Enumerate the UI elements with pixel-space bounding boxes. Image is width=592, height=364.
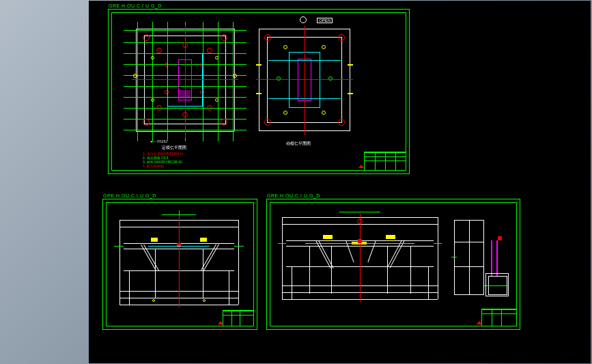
view-cavity-plan	[124, 22, 246, 141]
rev-mark-top	[358, 165, 364, 168]
view-detail-latch	[450, 216, 510, 303]
sheet-right: GRE H OU C I U G_D	[266, 199, 520, 330]
titleblock-right	[481, 309, 517, 326]
view-section-front	[114, 210, 244, 313]
direction-open: OPEN	[317, 18, 333, 23]
sheet-right-title: GRE H OU C I U G_D	[267, 193, 320, 198]
north-circle	[300, 16, 307, 23]
titleblock-top	[364, 152, 406, 171]
sheet-left: GRE H OU C I U G_D	[102, 199, 257, 330]
view-section-side	[278, 209, 442, 311]
sheet-top-title: GRE H OU C I U G_D	[109, 3, 162, 8]
cad-canvas[interactable]: GRE H OU C I U G_D OPEN	[89, 1, 591, 363]
rev-mark-right	[477, 321, 482, 324]
view-core-plan	[253, 25, 356, 137]
sheet-left-title: GRE H OU C I U G_D	[103, 193, 156, 198]
viewport-backdrop: GRE H OU C I U G_D OPEN	[0, 0, 592, 364]
sheet-top: GRE H OU C I U G_D OPEN	[108, 9, 410, 174]
caption-direction: ◄— R5291	[150, 139, 167, 143]
caption-cavity-plan: 定模仁平面图	[162, 145, 186, 151]
note-line-4: 4. 配合面研配	[143, 164, 183, 168]
caption-core-plan: 动模仁平面图	[286, 141, 311, 147]
notes-block: 1. 未注公差按GB/T1804-m 2. 锐边倒角 C0.5 3. 材料 NA…	[143, 152, 183, 168]
rev-mark-left	[218, 321, 223, 324]
